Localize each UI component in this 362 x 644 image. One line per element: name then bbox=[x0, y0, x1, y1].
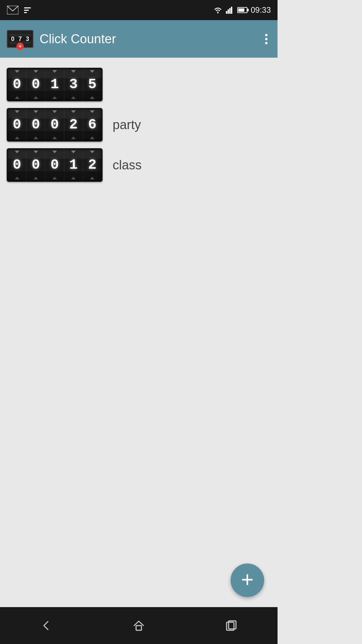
odo-digit-value: 0 bbox=[50, 157, 59, 173]
counter-odometer-3[interactable]: 00012 bbox=[7, 148, 103, 182]
odo-tick-bottom bbox=[71, 96, 76, 99]
home-button[interactable] bbox=[125, 615, 152, 636]
odo-tick-top bbox=[71, 110, 76, 113]
odo-digit-value: 0 bbox=[13, 157, 21, 173]
odo-digit-wrap: 0 bbox=[45, 149, 64, 181]
app-icon-digit-2: 3 bbox=[24, 34, 31, 44]
counter-row-3: 00012 class bbox=[7, 148, 271, 182]
odo-tick-top bbox=[15, 70, 19, 73]
counter-row-1: 00135 bbox=[7, 68, 271, 101]
odo-digit-value: 0 bbox=[32, 157, 40, 173]
odo-tick-bottom bbox=[52, 96, 57, 99]
recents-button[interactable] bbox=[218, 615, 245, 636]
odo-tick-top bbox=[71, 70, 76, 73]
odo-digit-wrap: 0 bbox=[26, 69, 45, 100]
app-bar: 0 7 3 + Click Counter bbox=[0, 20, 278, 58]
app-icon-plus-badge: + bbox=[16, 43, 24, 50]
odo-tick-bottom bbox=[34, 96, 38, 99]
odo-digit-wrap: 2 bbox=[64, 109, 83, 141]
odo-tick-bottom bbox=[90, 177, 95, 179]
odo-digit-value: 0 bbox=[50, 117, 59, 133]
odo-digit-value: 0 bbox=[13, 76, 21, 93]
odo-digit-value: 0 bbox=[32, 117, 40, 133]
counter-row-2: 00026 party bbox=[7, 108, 271, 142]
counter-label-2: party bbox=[113, 118, 141, 132]
odo-digit-wrap: 1 bbox=[64, 149, 83, 181]
odo-digit-wrap: 6 bbox=[83, 109, 102, 141]
time-display: 09:33 bbox=[251, 5, 271, 15]
odo-tick-top bbox=[15, 151, 19, 153]
counter-odometer-1[interactable]: 00135 bbox=[7, 68, 103, 101]
odo-digit-value: 3 bbox=[69, 76, 78, 93]
add-icon: + bbox=[241, 569, 253, 590]
odo-digit-value: 2 bbox=[69, 117, 78, 133]
gmail-icon bbox=[7, 5, 19, 15]
odo-digit-value: 1 bbox=[69, 157, 78, 173]
odo-tick-bottom bbox=[52, 177, 57, 179]
app-title: Click Counter bbox=[40, 32, 262, 46]
odo-digit-value: 1 bbox=[50, 76, 59, 93]
odo-digit-value: 0 bbox=[13, 117, 21, 133]
cell-signal-icon bbox=[226, 6, 234, 14]
odo-tick-top bbox=[15, 110, 19, 113]
nav-bar bbox=[0, 607, 278, 644]
odo-tick-top bbox=[34, 151, 38, 153]
odo-tick-top bbox=[71, 151, 76, 153]
add-counter-button[interactable]: + bbox=[231, 564, 264, 597]
odo-tick-top bbox=[90, 151, 95, 153]
status-bar-left bbox=[7, 5, 31, 15]
odo-tick-bottom bbox=[52, 137, 57, 139]
odo-tick-bottom bbox=[15, 96, 19, 99]
svg-rect-4 bbox=[229, 8, 231, 14]
odo-digit-wrap: 0 bbox=[8, 69, 26, 100]
odo-digit-wrap: 3 bbox=[64, 69, 83, 100]
odo-digit-value: 6 bbox=[88, 117, 97, 133]
odo-tick-top bbox=[52, 151, 57, 153]
status-bar: 09:33 bbox=[0, 0, 278, 20]
battery-icon bbox=[237, 7, 247, 13]
odo-digit-wrap: 0 bbox=[8, 149, 26, 181]
back-button[interactable] bbox=[33, 615, 60, 636]
odo-tick-bottom bbox=[71, 177, 76, 179]
odo-tick-bottom bbox=[34, 177, 38, 179]
status-bar-right: 09:33 bbox=[213, 5, 271, 15]
odo-tick-bottom bbox=[71, 137, 76, 139]
app-icon: 0 7 3 + bbox=[7, 30, 34, 48]
svg-point-1 bbox=[217, 12, 219, 13]
odo-tick-top bbox=[90, 110, 95, 113]
counter-odometer-2[interactable]: 00026 bbox=[7, 108, 103, 142]
signal-bars-icon bbox=[24, 7, 31, 13]
odo-digit-wrap: 0 bbox=[8, 109, 26, 141]
svg-rect-6 bbox=[136, 626, 141, 630]
svg-rect-3 bbox=[228, 9, 229, 14]
counter-label-3: class bbox=[113, 158, 142, 172]
odo-digit-value: 2 bbox=[88, 157, 97, 173]
odo-tick-top bbox=[90, 70, 95, 73]
odo-digit-wrap: 2 bbox=[83, 149, 102, 181]
odo-tick-top bbox=[52, 70, 57, 73]
app-icon-digit-0: 0 bbox=[9, 34, 16, 44]
odo-tick-bottom bbox=[15, 137, 19, 139]
svg-rect-2 bbox=[226, 11, 227, 14]
odo-tick-bottom bbox=[90, 96, 95, 99]
odo-digit-wrap: 0 bbox=[26, 149, 45, 181]
odo-tick-top bbox=[34, 110, 38, 113]
counter-list: 00135 00026 party 00012 class bbox=[0, 58, 278, 192]
odo-digit-wrap: 0 bbox=[26, 109, 45, 141]
svg-rect-5 bbox=[231, 7, 232, 14]
odo-tick-bottom bbox=[15, 177, 19, 179]
odo-tick-top bbox=[52, 110, 57, 113]
odo-digit-value: 5 bbox=[88, 76, 97, 93]
more-options-button[interactable] bbox=[262, 31, 271, 48]
app-icon-digit-1: 7 bbox=[17, 34, 23, 44]
wifi-icon bbox=[213, 6, 223, 14]
odo-tick-top bbox=[34, 70, 38, 73]
odo-digit-value: 0 bbox=[32, 76, 40, 93]
odo-digit-wrap: 5 bbox=[83, 69, 102, 100]
odo-digit-wrap: 0 bbox=[45, 109, 64, 141]
odo-tick-bottom bbox=[34, 137, 38, 139]
odo-tick-bottom bbox=[90, 137, 95, 139]
odo-digit-wrap: 1 bbox=[45, 69, 64, 100]
